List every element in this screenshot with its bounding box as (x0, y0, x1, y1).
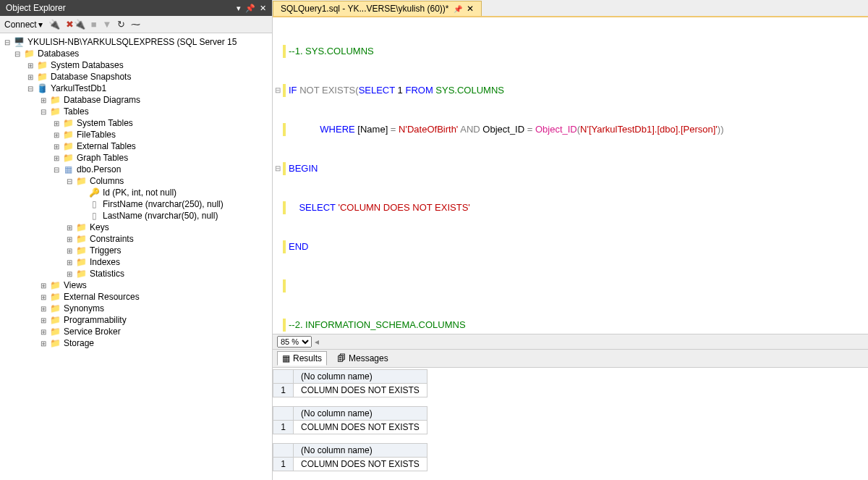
tree-synonyms[interactable]: ⊞📁Synonyms (39, 303, 272, 314)
column-icon: ▯ (88, 211, 100, 221)
tree-col-id[interactable]: 🔑Id (PK, int, not null) (78, 187, 272, 198)
folder-icon: 📁 (75, 257, 87, 267)
tree-keys[interactable]: ⊞📁Keys (65, 222, 272, 233)
folder-icon: 📁 (49, 338, 61, 348)
tree-dbsnap[interactable]: ⊞📁Database Snapshots (26, 71, 272, 83)
table-row[interactable]: 1COLUMN DOES NOT EXISTS (273, 384, 427, 397)
tree-col-last[interactable]: ▯LastName (nvarchar(50), null) (78, 210, 272, 222)
connect-icon[interactable]: 🔌 (48, 19, 60, 30)
tree-systables[interactable]: ⊞📁System Tables (52, 117, 272, 129)
folder-icon: 📁 (75, 222, 87, 232)
tree-dbo-person[interactable]: ⊟▦dbo.Person (52, 164, 272, 175)
tree-server[interactable]: ⊟🖥️YKULISH-NB\YARKULSQLEXPRESS (SQL Serv… (0, 36, 272, 48)
folder-icon: 📁 (49, 303, 61, 313)
messages-tab[interactable]: 🗐Messages (333, 351, 393, 366)
result-grid-2: (No column name) 1COLUMN DOES NOT EXISTS (273, 406, 427, 434)
folder-icon: 📁 (62, 118, 74, 128)
tree-views[interactable]: ⊞📁Views (39, 279, 272, 291)
folder-icon: 📁 (36, 72, 48, 82)
pin-icon[interactable]: 📌 (245, 4, 255, 13)
tree-graphtables[interactable]: ⊞📁Graph Tables (52, 152, 272, 164)
refresh-icon[interactable]: ↻ (117, 19, 125, 30)
object-explorer-panel: Object Explorer ▾ 📌 ✕ Connect▾ 🔌 ✖🔌 ■ ▼ … (0, 0, 273, 480)
tree-columns[interactable]: ⊟📁Columns (65, 175, 272, 187)
database-icon: 🛢️ (36, 83, 48, 93)
result-grid-3: (No column name) 1COLUMN DOES NOT EXISTS (273, 443, 427, 471)
folder-icon: 📁 (49, 95, 61, 105)
disconnect-icon[interactable]: ✖🔌 (66, 19, 85, 30)
folder-icon: 📁 (49, 280, 61, 290)
tree-diagrams[interactable]: ⊞📁Database Diagrams (39, 94, 272, 106)
close-icon[interactable]: ✕ (260, 4, 266, 13)
col-header[interactable]: (No column name) (294, 407, 427, 421)
messages-icon: 🗐 (337, 353, 346, 363)
result-grid-1: (No column name) 1COLUMN DOES NOT EXISTS (273, 369, 427, 397)
tree-constraints[interactable]: ⊞📁Constraints (65, 233, 272, 245)
scroll-left-icon[interactable]: ◂ (315, 337, 319, 347)
folder-icon: 📁 (36, 60, 48, 70)
tree-sysdb[interactable]: ⊞📁System Databases (26, 59, 272, 71)
folder-icon: 📁 (62, 130, 74, 140)
results-tabbar: ▦Results 🗐Messages (273, 349, 868, 367)
zoom-select[interactable]: 85 % (277, 336, 312, 348)
editor-panel: SQLQuery1.sql - YK...VERSE\ykulish (60))… (273, 0, 868, 480)
stop-icon[interactable]: ■ (91, 19, 97, 30)
object-tree[interactable]: ⊟🖥️YKULISH-NB\YARKULSQLEXPRESS (SQL Serv… (0, 33, 272, 480)
editor-tabbar: SQLQuery1.sql - YK...VERSE\ykulish (60))… (273, 0, 868, 17)
connect-button[interactable]: Connect▾ (4, 20, 43, 30)
tree-triggers[interactable]: ⊞📁Triggers (65, 245, 272, 256)
tree-storage[interactable]: ⊞📁Storage (39, 337, 272, 349)
pin-icon[interactable]: 📌 (454, 5, 462, 13)
col-header[interactable]: (No column name) (294, 370, 427, 384)
folder-icon: 📁 (75, 269, 87, 279)
close-icon[interactable]: ✕ (467, 4, 474, 14)
object-explorer-toolbar: Connect▾ 🔌 ✖🔌 ■ ▼ ↻ ⁓ (0, 16, 272, 33)
tree-servicebroker[interactable]: ⊞📁Service Broker (39, 326, 272, 337)
table-icon: ▦ (62, 164, 74, 174)
tree-extres[interactable]: ⊞📁External Resources (39, 291, 272, 303)
tree-filetables[interactable]: ⊞📁FileTables (52, 129, 272, 140)
tab-title: SQLQuery1.sql - YK...VERSE\ykulish (60))… (281, 4, 449, 14)
tree-tables[interactable]: ⊟📁Tables (39, 106, 272, 117)
results-tab[interactable]: ▦Results (277, 351, 327, 366)
column-icon: ▯ (88, 199, 100, 209)
server-icon: 🖥️ (13, 37, 25, 47)
folder-icon: 📁 (62, 141, 74, 151)
folder-icon: 📁 (75, 245, 87, 256)
tree-databases[interactable]: ⊟📁Databases (13, 48, 272, 59)
object-explorer-title: Object Explorer (6, 3, 66, 13)
folder-icon: 📁 (62, 153, 74, 163)
col-header[interactable]: (No column name) (294, 444, 427, 458)
folder-icon: 📁 (23, 49, 35, 59)
folder-icon: 📁 (49, 106, 61, 117)
folder-icon: 📁 (49, 327, 61, 337)
tree-col-first[interactable]: ▯FirstName (nvarchar(250), null) (78, 198, 272, 210)
code-editor[interactable]: --1. SYS.COLUMNS ⊟IF NOT EXISTS(SELECT 1… (273, 17, 868, 334)
editor-tab[interactable]: SQLQuery1.sql - YK...VERSE\ykulish (60))… (273, 1, 482, 16)
table-row[interactable]: 1COLUMN DOES NOT EXISTS (273, 458, 427, 471)
tree-statistics[interactable]: ⊞📁Statistics (65, 268, 272, 279)
activity-icon[interactable]: ⁓ (131, 19, 140, 30)
folder-icon: 📁 (49, 292, 61, 302)
tree-programmability[interactable]: ⊞📁Programmability (39, 314, 272, 326)
filter-icon[interactable]: ▼ (103, 19, 112, 30)
tree-db[interactable]: ⊟🛢️YarkulTestDb1 (26, 83, 272, 94)
tree-indexes[interactable]: ⊞📁Indexes (65, 256, 272, 268)
grid-icon: ▦ (282, 353, 290, 363)
folder-icon: 📁 (75, 176, 87, 186)
dropdown-icon[interactable]: ▾ (237, 4, 241, 13)
tree-exttables[interactable]: ⊞📁External Tables (52, 140, 272, 152)
object-explorer-titlebar: Object Explorer ▾ 📌 ✕ (0, 0, 272, 16)
folder-icon: 📁 (49, 315, 61, 325)
table-row[interactable]: 1COLUMN DOES NOT EXISTS (273, 421, 427, 434)
results-pane[interactable]: (No column name) 1COLUMN DOES NOT EXISTS… (273, 367, 868, 480)
folder-icon: 📁 (75, 234, 87, 244)
zoom-bar: 85 % ◂ (273, 334, 868, 349)
key-icon: 🔑 (88, 188, 100, 198)
